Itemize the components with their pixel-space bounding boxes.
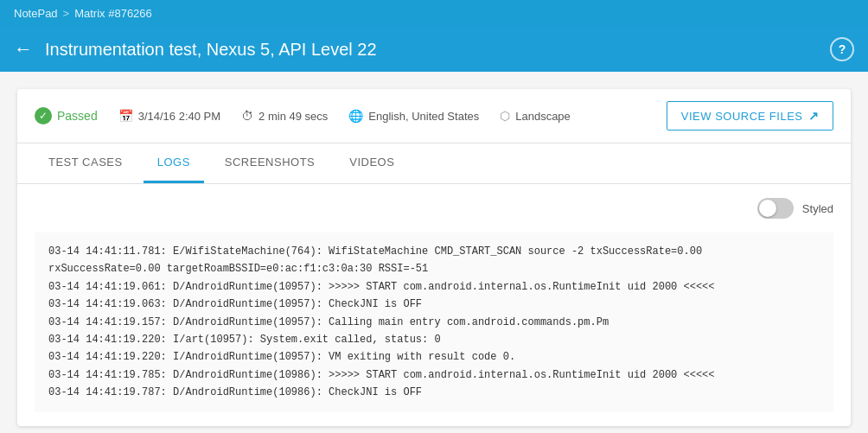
passed-badge: ✓ Passed (35, 107, 98, 124)
log-line: 03-14 14:41:11.781: E/WifiStateMachine(7… (48, 243, 820, 260)
passed-label: Passed (57, 109, 98, 123)
log-line: rxSuccessRate=0.00 targetRoamBSSID=e0:ac… (48, 260, 820, 277)
view-source-label: VIEW SOURCE FILES (681, 110, 803, 123)
status-left: ✓ Passed 📅 3/14/16 2:40 PM ⏱ 2 min 49 se… (35, 107, 571, 124)
header-bar: ← Instrumentation test, Nexus 5, API Lev… (0, 27, 868, 72)
tab-videos[interactable]: VIDEOS (335, 143, 408, 183)
log-area: Styled 03-14 14:41:11.781: E/WifiStateMa… (17, 184, 851, 426)
calendar-icon: 📅 (118, 109, 133, 123)
tab-test-cases[interactable]: TEST CASES (35, 143, 137, 183)
passed-icon: ✓ (35, 107, 52, 124)
date-label: 3/14/16 2:40 PM (138, 110, 220, 123)
log-line: 03-14 14:41:19.061: D/AndroidRuntime(109… (48, 278, 820, 296)
breadcrumb-separator: > (63, 7, 70, 20)
log-line: 03-14 14:41:19.220: I/art(10957): System… (48, 331, 820, 348)
breadcrumb: NotePad > Matrix #876266 (14, 7, 152, 20)
styled-label: Styled (802, 202, 833, 215)
help-button[interactable]: ? (830, 37, 854, 61)
external-link-icon: ↗ (808, 109, 820, 123)
log-line: 03-14 14:41:19.785: D/AndroidRuntime(109… (48, 366, 820, 384)
log-line: 03-14 14:41:19.220: I/AndroidRuntime(109… (48, 348, 820, 366)
date-item: 📅 3/14/16 2:40 PM (118, 109, 220, 123)
locale-item: 🌐 English, United States (348, 109, 479, 123)
tab-logs[interactable]: LOGS (144, 143, 204, 183)
log-line: 03-14 14:41:19.063: D/AndroidRuntime(109… (48, 296, 820, 313)
orientation-label: Landscape (515, 110, 571, 123)
orientation-icon: ⬡ (500, 109, 510, 123)
tabs-bar: TEST CASES LOGS SCREENSHOTS VIDEOS (17, 143, 851, 184)
time-icon: ⏱ (241, 109, 253, 123)
orientation-item: ⬡ Landscape (500, 109, 571, 123)
globe-icon: 🌐 (348, 109, 363, 123)
tab-screenshots[interactable]: SCREENSHOTS (211, 143, 329, 183)
toggle-knob (759, 200, 776, 217)
duration-item: ⏱ 2 min 49 secs (241, 109, 328, 123)
header-left: ← Instrumentation test, Nexus 5, API Lev… (14, 40, 377, 60)
status-bar: ✓ Passed 📅 3/14/16 2:40 PM ⏱ 2 min 49 se… (17, 89, 851, 143)
app-name[interactable]: NotePad (14, 7, 58, 20)
locale-label: English, United States (368, 110, 479, 123)
duration-label: 2 min 49 secs (258, 110, 328, 123)
main-card: ✓ Passed 📅 3/14/16 2:40 PM ⏱ 2 min 49 se… (17, 89, 851, 426)
log-line: 03-14 14:41:19.787: D/AndroidRuntime(109… (48, 384, 820, 401)
top-navigation: NotePad > Matrix #876266 (0, 0, 868, 27)
log-line: 03-14 14:41:19.157: D/AndroidRuntime(109… (48, 314, 820, 331)
back-button[interactable]: ← (14, 40, 33, 59)
page-title: Instrumentation test, Nexus 5, API Level… (45, 40, 377, 60)
styled-toggle[interactable] (757, 198, 794, 219)
log-controls: Styled (35, 198, 833, 219)
log-content: 03-14 14:41:11.781: E/WifiStateMachine(7… (35, 232, 833, 412)
breadcrumb-item[interactable]: Matrix #876266 (74, 7, 152, 20)
view-source-button[interactable]: VIEW SOURCE FILES ↗ (667, 101, 833, 131)
